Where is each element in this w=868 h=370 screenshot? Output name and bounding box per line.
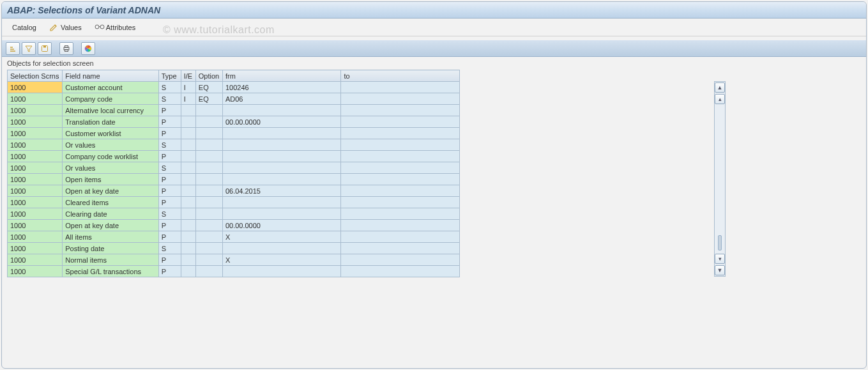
vertical-scrollbar[interactable]: ▲ ▴ ▾ ▼ bbox=[714, 81, 726, 277]
cell-option[interactable] bbox=[195, 128, 222, 139]
table-row[interactable]: 1000Open itemsP bbox=[8, 174, 460, 185]
cell-from[interactable]: 100246 bbox=[222, 82, 341, 93]
cell-selection-screen[interactable]: 1000 bbox=[8, 105, 63, 116]
cell-option[interactable] bbox=[195, 185, 222, 197]
cell-field-name[interactable]: Posting date bbox=[63, 243, 158, 254]
cell-field-name[interactable]: Normal items bbox=[63, 254, 158, 266]
cell-field-name[interactable]: Or values bbox=[63, 139, 158, 151]
cell-to[interactable] bbox=[341, 139, 460, 151]
cell-to[interactable] bbox=[341, 82, 460, 93]
col-header-type[interactable]: Type bbox=[158, 70, 181, 82]
cell-type[interactable]: S bbox=[158, 208, 181, 220]
cell-selection-screen[interactable]: 1000 bbox=[8, 220, 63, 231]
cell-to[interactable] bbox=[341, 174, 460, 185]
cell-field-name[interactable]: Customer account bbox=[63, 82, 158, 93]
table-row[interactable]: 1000Posting dateS bbox=[8, 243, 460, 254]
cell-selection-screen[interactable]: 1000 bbox=[8, 254, 63, 266]
col-header-ie[interactable]: I/E bbox=[181, 70, 195, 82]
cell-from[interactable]: AD06 bbox=[222, 93, 341, 105]
cell-selection-screen[interactable]: 1000 bbox=[8, 139, 63, 151]
col-header-to[interactable]: to bbox=[341, 70, 460, 82]
cell-to[interactable] bbox=[341, 151, 460, 162]
cell-to[interactable] bbox=[341, 231, 460, 243]
cell-type[interactable]: S bbox=[158, 82, 181, 93]
sort-asc-button[interactable] bbox=[6, 42, 20, 55]
cell-ie[interactable] bbox=[181, 266, 195, 277]
cell-field-name[interactable]: Open at key date bbox=[63, 220, 158, 231]
cell-type[interactable]: P bbox=[158, 151, 181, 162]
scroll-thumb-indicator[interactable] bbox=[718, 235, 722, 251]
table-row[interactable]: 1000Or valuesS bbox=[8, 162, 460, 174]
cell-ie[interactable] bbox=[181, 208, 195, 220]
cell-selection-screen[interactable]: 1000 bbox=[8, 185, 63, 197]
col-header-frm[interactable]: frm bbox=[222, 70, 341, 82]
cell-field-name[interactable]: Special G/L transactions bbox=[63, 266, 158, 277]
cell-to[interactable] bbox=[341, 243, 460, 254]
cell-selection-screen[interactable]: 1000 bbox=[8, 116, 63, 128]
cell-ie[interactable] bbox=[181, 128, 195, 139]
cell-from[interactable]: X bbox=[222, 231, 341, 243]
cell-ie[interactable] bbox=[181, 220, 195, 231]
cell-ie[interactable]: I bbox=[181, 93, 195, 105]
cell-to[interactable] bbox=[341, 197, 460, 208]
cell-ie[interactable] bbox=[181, 243, 195, 254]
cell-type[interactable]: P bbox=[158, 185, 181, 197]
cell-field-name[interactable]: Translation date bbox=[63, 116, 158, 128]
cell-field-name[interactable]: Open items bbox=[63, 174, 158, 185]
cell-option[interactable] bbox=[195, 197, 222, 208]
cell-selection-screen[interactable]: 1000 bbox=[8, 208, 63, 220]
cell-field-name[interactable]: Clearing date bbox=[63, 208, 158, 220]
cell-to[interactable] bbox=[341, 266, 460, 277]
cell-from[interactable] bbox=[222, 208, 341, 220]
cell-from[interactable] bbox=[222, 151, 341, 162]
cell-ie[interactable] bbox=[181, 197, 195, 208]
menu-catalog[interactable]: Catalog bbox=[7, 22, 42, 33]
cell-selection-screen[interactable]: 1000 bbox=[8, 93, 63, 105]
cell-type[interactable]: S bbox=[158, 162, 181, 174]
table-row[interactable]: 1000Open at key dateP06.04.2015 bbox=[8, 185, 460, 197]
cell-field-name[interactable]: Open at key date bbox=[63, 185, 158, 197]
table-row[interactable]: 1000Clearing dateS bbox=[8, 208, 460, 220]
table-row[interactable]: 1000Company codeSIEQAD06 bbox=[8, 93, 460, 105]
table-row[interactable]: 1000Alternative local currencyP bbox=[8, 105, 460, 116]
print-button[interactable] bbox=[59, 42, 73, 55]
cell-option[interactable] bbox=[195, 254, 222, 266]
cell-type[interactable]: P bbox=[158, 231, 181, 243]
table-row[interactable]: 1000Customer worklistP bbox=[8, 128, 460, 139]
cell-from[interactable] bbox=[222, 128, 341, 139]
cell-ie[interactable] bbox=[181, 162, 195, 174]
cell-from[interactable]: 06.04.2015 bbox=[222, 185, 341, 197]
color-legend-button[interactable] bbox=[81, 42, 95, 55]
cell-to[interactable] bbox=[341, 116, 460, 128]
cell-option[interactable] bbox=[195, 266, 222, 277]
cell-option[interactable] bbox=[195, 243, 222, 254]
cell-ie[interactable] bbox=[181, 116, 195, 128]
cell-selection-screen[interactable]: 1000 bbox=[8, 231, 63, 243]
cell-selection-screen[interactable]: 1000 bbox=[8, 151, 63, 162]
col-header-field[interactable]: Field name bbox=[63, 70, 158, 82]
cell-selection-screen[interactable]: 1000 bbox=[8, 162, 63, 174]
cell-option[interactable]: EQ bbox=[195, 93, 222, 105]
cell-ie[interactable] bbox=[181, 151, 195, 162]
cell-from[interactable]: 00.00.0000 bbox=[222, 220, 341, 231]
cell-to[interactable] bbox=[341, 128, 460, 139]
save-button[interactable] bbox=[38, 42, 52, 55]
cell-from[interactable] bbox=[222, 174, 341, 185]
cell-type[interactable]: S bbox=[158, 93, 181, 105]
cell-type[interactable]: P bbox=[158, 105, 181, 116]
cell-to[interactable] bbox=[341, 105, 460, 116]
cell-selection-screen[interactable]: 1000 bbox=[8, 243, 63, 254]
cell-ie[interactable] bbox=[181, 105, 195, 116]
table-row[interactable]: 1000Company code worklistP bbox=[8, 151, 460, 162]
cell-field-name[interactable]: Company code bbox=[63, 93, 158, 105]
cell-option[interactable] bbox=[195, 174, 222, 185]
table-row[interactable]: 1000Customer accountSIEQ100246 bbox=[8, 82, 460, 93]
cell-field-name[interactable]: Cleared items bbox=[63, 197, 158, 208]
col-header-option[interactable]: Option bbox=[195, 70, 222, 82]
cell-from[interactable] bbox=[222, 105, 341, 116]
cell-to[interactable] bbox=[341, 220, 460, 231]
cell-ie[interactable] bbox=[181, 185, 195, 197]
scroll-up-top-button[interactable]: ▲ bbox=[715, 82, 725, 93]
cell-field-name[interactable]: Customer worklist bbox=[63, 128, 158, 139]
cell-to[interactable] bbox=[341, 254, 460, 266]
